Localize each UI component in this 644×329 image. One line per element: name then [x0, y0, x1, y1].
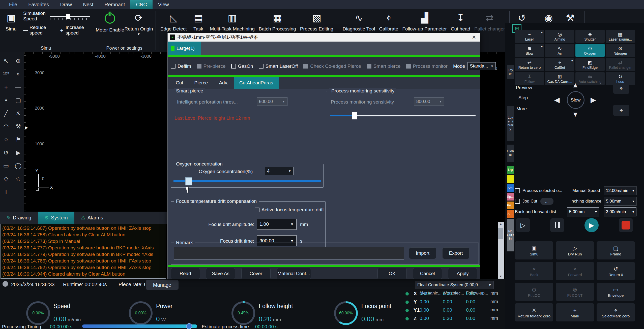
toolbar-button[interactable]: ⇄ Pallet changer — [474, 11, 505, 32]
machine-function-button[interactable]: ▼ ⊙ Oxygen — [575, 44, 605, 57]
layer-strip-button[interactable]: Layer — [507, 65, 514, 79]
menu-item[interactable]: CNC — [130, 0, 152, 9]
draw-tool-icon[interactable]: ▶ — [12, 146, 24, 159]
run-mode-button[interactable]: ⌖ SelectMark Zero — [597, 303, 635, 321]
stop-button[interactable] — [619, 218, 633, 232]
view-tab[interactable]: ✎ Drawing — [0, 212, 38, 224]
cut-head-preset-button[interactable]: ⌖ — [613, 105, 629, 116]
run-mode-button[interactable]: ✳ Return toMark Zero — [515, 303, 553, 321]
run-mode-button[interactable]: ▷ Dry Run — [556, 241, 594, 259]
simu-button[interactable]: ▣ Simu — [4, 11, 19, 32]
parameter-tab[interactable]: Adv. — [213, 77, 234, 89]
apply-button[interactable]: Apply — [448, 268, 477, 279]
draw-tool-icon[interactable]: ⚑ — [12, 133, 24, 146]
cut-head-preset-button[interactable]: ⌖ — [613, 83, 629, 94]
checkbox-icon[interactable] — [259, 64, 264, 69]
draw-tool-icon[interactable]: ⚒ — [12, 120, 24, 133]
read-button[interactable]: Read — [171, 268, 200, 279]
draw-tool-icon[interactable]: T — [0, 185, 12, 199]
mode-dropdown[interactable]: Standa...▼ — [467, 62, 496, 70]
chevron-down-icon[interactable]: ▼ — [137, 32, 140, 36]
machine-function-button[interactable]: ▼ ⌁ Laser — [515, 30, 544, 43]
parameter-tab[interactable]: Pierce — [189, 77, 214, 89]
machine-function-button[interactable]: ▼ ⊛ Nitrogen — [606, 44, 635, 57]
toolbar-button[interactable]: ▤ Task ▼ — [191, 11, 206, 32]
toolbar-button[interactable]: ◺ Edge Detect ▼ — [160, 11, 187, 36]
checkbox-icon[interactable] — [303, 64, 308, 69]
material-config-button[interactable]: Material Conf... — [277, 268, 311, 279]
remark-input[interactable] — [174, 247, 404, 259]
draw-tool-icon[interactable]: ⌖ — [12, 68, 24, 81]
parameter-tab[interactable]: Cut — [170, 77, 189, 89]
chevron-down-icon[interactable]: ▼ — [541, 45, 543, 48]
run-mode-button[interactable]: ⊚ Pt CONT — [556, 283, 594, 301]
machine-function-button[interactable]: ▼ ⌖ CalSet — [545, 58, 574, 71]
toolbar-button[interactable]: ▦ Batch Processing ▼ — [259, 11, 296, 32]
chevron-down-icon[interactable]: ▼ — [571, 59, 573, 62]
menu-item[interactable]: File — [4, 0, 23, 9]
material-tab[interactable]: Large(1) — [168, 42, 201, 55]
jog-right-button[interactable]: ▶ — [591, 96, 596, 104]
machine-function-button[interactable]: ▼ ▦ Laser alignm... — [606, 30, 635, 43]
save-as-button[interactable]: Save As — [206, 268, 235, 279]
chevron-down-icon[interactable]: ▼ — [541, 31, 543, 34]
jog-cut-checkbox[interactable] — [515, 199, 520, 204]
process-option-checkbox[interactable]: Check Co-edged Pierce — [303, 63, 361, 69]
toolbar-button[interactable]: ▧ Process Editing ▼ — [300, 11, 333, 32]
toolbar-button[interactable]: ↧ Cut head — [451, 11, 470, 32]
cancel-button[interactable]: Cancel — [413, 268, 442, 279]
processing-progress-bar[interactable] — [82, 324, 197, 328]
process-option-checkbox[interactable]: GasOn — [231, 63, 253, 69]
layer-strip-button[interactable] — [507, 175, 514, 183]
run-mode-button[interactable]: ▭ Envelope — [597, 283, 635, 301]
coordinate-system-dropdown[interactable]: Float Coordinate System(0.00,0... ▼ — [415, 281, 494, 289]
oxygen-concentration-slider[interactable] — [173, 177, 321, 185]
increase-speed-button[interactable]: ＋Increase speed — [59, 25, 90, 36]
active-focus-drift-checkbox[interactable]: Active focus temperature drift... — [255, 207, 328, 213]
draw-tool-icon[interactable]: ⊕ — [12, 54, 24, 68]
machine-function-button[interactable]: ▼ ∿ Air — [545, 44, 574, 57]
machine-function-button[interactable]: ▼ ↩ Return to zero — [515, 58, 544, 71]
simulation-speed-slider[interactable] — [50, 12, 90, 20]
back-forward-speed-dropdown[interactable]: 3.00m/min▼ — [604, 207, 636, 216]
slider-handle[interactable] — [185, 177, 192, 185]
jog-up-button[interactable]: ▲ — [572, 81, 579, 89]
process-selected-checkbox[interactable] — [515, 188, 520, 193]
draw-tool-icon[interactable]: ▢ — [12, 94, 24, 107]
run-mode-button[interactable]: ▣ Simu — [515, 241, 553, 259]
close-icon[interactable]: ✕ — [468, 34, 480, 40]
process-option-checkbox[interactable]: Smart pierce — [367, 63, 401, 69]
more-button[interactable]: More — [516, 106, 527, 112]
slow-speed-button[interactable]: Slow — [567, 91, 584, 109]
reduce-speed-button[interactable]: —Reduce speed — [23, 25, 53, 36]
layer-strip-button[interactable]: Sml — [507, 184, 514, 192]
checkbox-icon[interactable] — [197, 64, 201, 69]
monitoring-sensitivity-slider[interactable] — [330, 112, 476, 119]
menu-item[interactable]: View — [153, 0, 174, 9]
draw-tool-icon[interactable]: ▭ — [0, 159, 12, 172]
run-mode-button[interactable]: + Mark — [556, 303, 594, 321]
run-mode-button[interactable]: ⊙ Pt LOC — [515, 283, 553, 301]
slider-handle[interactable] — [352, 112, 357, 119]
return-origin-button[interactable]: ⟳ Return Origin ▼ — [126, 11, 151, 36]
progress-knob[interactable] — [186, 323, 192, 329]
process-option-checkbox[interactable]: Process monitor — [406, 63, 448, 69]
draw-tool-icon[interactable]: ╱ — [0, 107, 12, 120]
back-forward-distance-dropdown[interactable]: 5.00mm▼ — [567, 207, 599, 216]
single-step-button[interactable]: ▷ — [516, 218, 530, 232]
parameter-tab[interactable]: CutAheadParas — [234, 77, 279, 89]
layer-strip-button[interactable]: Layer library — [507, 106, 514, 141]
draw-tool-icon[interactable]: ◯ — [12, 159, 24, 172]
toolbar-button[interactable]: ▥ Multi-Task Machining ▼ — [210, 11, 255, 32]
oxygen-concentration-dropdown[interactable]: 4▼ — [265, 167, 294, 175]
checkbox-icon[interactable] — [406, 64, 411, 69]
machine-function-button[interactable]: ▼ ◈ Shutter — [575, 30, 605, 43]
slider-handle[interactable] — [66, 14, 70, 19]
system-log-panel[interactable]: (03/24 16:36:14.607) Operation by softwa… — [1, 224, 166, 279]
layer-strip-button[interactable]: Sp... — [507, 193, 514, 201]
checkbox-icon[interactable] — [171, 64, 175, 69]
pause-button[interactable] — [550, 218, 564, 232]
scroll-thumb[interactable] — [498, 228, 503, 239]
cover-button[interactable]: Cover — [241, 268, 271, 279]
jog-left-button[interactable]: ◀ — [554, 96, 560, 104]
